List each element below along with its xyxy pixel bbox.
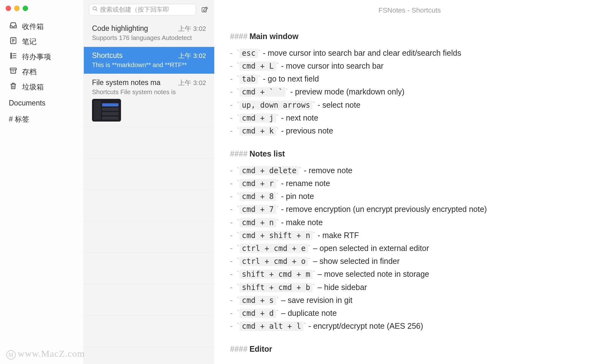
minimize-window-button[interactable]	[14, 6, 20, 11]
sidebar-item-label: 收件箱	[22, 22, 44, 31]
shortcut-desc: – save revision in git	[281, 296, 353, 304]
shortcut-line: - `ctrl + cmd + o` – show selected in fi…	[230, 255, 592, 267]
shortcut-line: - `cmd + shift + n` - make RTF	[230, 229, 592, 242]
sidebar-item-4[interactable]: 垃圾箱	[0, 79, 84, 94]
shortcut-line: - `cmd + ` `` - preview mode (markdown o…	[230, 86, 592, 98]
shortcut-keys: cmd + n	[239, 218, 276, 227]
compose-button[interactable]	[200, 5, 209, 14]
shortcut-line: - `cmd + L` - move cursor into search ba…	[230, 60, 592, 72]
todo-icon	[9, 52, 18, 62]
svg-line-15	[96, 9, 97, 11]
shortcut-line: - `cmd + alt + l` - encrypt/decrypt note…	[230, 320, 592, 332]
shortcut-desc: - go to next field	[263, 74, 319, 83]
section-heading: ####Main window	[230, 30, 592, 43]
shortcut-keys: ctrl + cmd + o	[239, 257, 308, 266]
shortcut-desc: - remove note	[304, 166, 352, 175]
close-window-button[interactable]	[6, 6, 11, 11]
shortcut-desc: - move cursor into search bar	[281, 61, 383, 70]
notes-list-empty-area	[84, 127, 214, 364]
shortcut-keys: cmd + shift + n	[239, 231, 313, 240]
shortcut-line: - `esc` - move cursor into search bar an…	[230, 47, 592, 59]
note-list-item[interactable]: File system notes ma 上午 3:02 Shortcuts F…	[84, 74, 214, 127]
shortcut-keys: cmd + alt + l	[239, 321, 304, 331]
shortcut-desc: - rename note	[281, 179, 330, 188]
shortcut-line: - `cmd + n` - make note	[230, 216, 592, 229]
note-subtitle: Shortcuts File system notes is	[92, 88, 206, 96]
shortcut-line: - `cmd + delete` - remove note	[230, 164, 592, 177]
svg-rect-10	[10, 68, 16, 70]
shortcut-keys: tab	[239, 74, 258, 84]
note-title: Shortcuts	[92, 51, 123, 60]
search-input[interactable]	[100, 6, 193, 13]
fullscreen-window-button[interactable]	[23, 6, 28, 11]
window-traffic-lights[interactable]	[6, 6, 28, 11]
shortcut-desc: - remove encryption (un encrypt previous…	[281, 205, 487, 213]
sidebar-item-2[interactable]: 待办事项	[0, 49, 84, 64]
note-list-item[interactable]: Shortcuts 上午 3:02 This is **markdown** a…	[84, 47, 214, 74]
shortcut-keys: cmd + 7	[239, 205, 276, 214]
shortcut-keys: cmd + r	[239, 179, 276, 188]
sidebar-tags[interactable]: # 标签	[0, 110, 84, 128]
shortcut-keys: ctrl + cmd + e	[239, 244, 308, 253]
shortcut-desc: – open selected in external editor	[313, 244, 429, 253]
sidebar-item-1[interactable]: 笔记	[0, 34, 84, 49]
note-time: 上午 3:02	[178, 24, 206, 33]
notes-icon	[9, 37, 18, 47]
shortcut-desc: - make RTF	[318, 231, 359, 240]
shortcut-desc: – move selected note in storage	[318, 270, 429, 278]
sidebar-item-label: 待办事项	[22, 52, 51, 62]
sidebar-item-0[interactable]: 收件箱	[0, 19, 84, 34]
sidebar-item-label: 垃圾箱	[22, 82, 44, 92]
shortcut-line: - `cmd + s` – save revision in git	[230, 294, 592, 306]
sidebar-item-3[interactable]: 存档	[0, 64, 84, 79]
section-heading: ####Editor	[230, 343, 592, 355]
svg-point-6	[10, 55, 12, 56]
trash-icon	[9, 82, 18, 92]
shortcut-line: - `cmd + 7` - remove encryption (un encr…	[230, 203, 592, 215]
shortcut-line: - `shift + cmd + m` – move selected note…	[230, 268, 592, 280]
shortcut-line: - `cmd + r` - rename note	[230, 177, 592, 190]
document-body[interactable]: ####Main window- `esc` - move cursor int…	[214, 17, 605, 364]
editor-panel: FSNotes - Shortcuts ####Main window- `es…	[214, 0, 605, 364]
shortcut-keys: shift + cmd + m	[239, 270, 313, 279]
shortcut-line: - `shift + cmd + b` – hide sidebar	[230, 281, 592, 293]
note-list-item[interactable]: Code highlighting 上午 3:02 Supports 176 l…	[84, 20, 214, 47]
sidebar-documents[interactable]: Documents	[0, 94, 84, 110]
notes-list-panel: Code highlighting 上午 3:02 Supports 176 l…	[84, 0, 214, 364]
shortcut-desc: - previous note	[281, 126, 333, 135]
shortcut-desc: – show selected in finder	[313, 257, 400, 265]
shortcut-keys: cmd + j	[239, 113, 276, 123]
shortcut-keys: up, down arrows	[239, 100, 313, 110]
search-icon	[92, 6, 98, 13]
shortcut-line: - `cmd + d` – duplicate note	[230, 307, 592, 319]
shortcut-keys: cmd + 8	[239, 192, 276, 201]
sidebar: 收件箱笔记待办事项存档垃圾箱 Documents # 标签	[0, 0, 84, 364]
shortcut-desc: – hide sidebar	[318, 283, 367, 292]
editor-title: FSNotes - Shortcuts	[214, 0, 605, 17]
note-title: Code highlighting	[92, 24, 148, 33]
shortcut-keys: cmd + k	[239, 126, 276, 136]
shortcut-desc: - pin note	[281, 192, 314, 201]
search-box[interactable]	[89, 4, 196, 15]
shortcut-keys: cmd + L	[239, 61, 276, 71]
shortcut-keys: cmd + s	[239, 296, 276, 305]
svg-point-14	[93, 7, 96, 10]
shortcut-line: - `cmd + j` - next note	[230, 112, 592, 124]
shortcut-desc: - move cursor into search bar and clear …	[263, 48, 461, 57]
note-subtitle: Supports 176 languages Autodetect	[92, 34, 206, 42]
inbox-icon	[9, 21, 18, 31]
shortcut-line: - `ctrl + cmd + e` – open selected in ex…	[230, 242, 592, 254]
shortcut-desc: - next note	[281, 113, 318, 122]
note-time: 上午 3:02	[178, 78, 206, 87]
shortcut-keys: shift + cmd + b	[239, 283, 313, 292]
section-heading: ####Notes list	[230, 148, 592, 160]
note-thumbnail	[92, 99, 121, 122]
shortcut-keys: cmd + delete	[239, 166, 299, 175]
shortcut-desc: - encrypt/decrypt note (AES 256)	[308, 321, 423, 330]
shortcut-desc: – duplicate note	[281, 309, 337, 317]
shortcut-keys: cmd + d	[239, 309, 276, 318]
note-subtitle: This is **markdown** and **RTF**	[92, 61, 206, 69]
shortcut-line: - `cmd + k` - previous note	[230, 125, 592, 137]
note-title: File system notes ma	[92, 78, 160, 87]
svg-point-8	[10, 57, 12, 58]
